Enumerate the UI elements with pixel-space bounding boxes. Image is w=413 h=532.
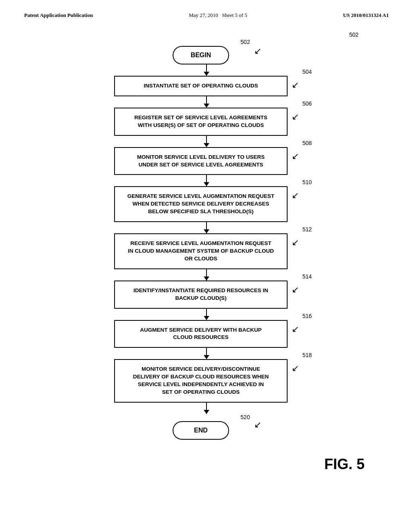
node-end-container: 520 END ↙ xyxy=(24,414,389,440)
node-508: MONITOR SERVICE LEVEL DELIVERY TO USERSU… xyxy=(114,147,288,175)
step-num-514: 514 xyxy=(302,273,312,280)
tick-518: ↙ xyxy=(292,363,299,374)
tick-516: ↙ xyxy=(292,324,299,335)
tick-506: ↙ xyxy=(292,112,299,122)
tick-510: ↙ xyxy=(292,190,299,201)
arrow-4 xyxy=(206,222,207,233)
figure-caption: FIG. 5 xyxy=(24,456,389,473)
label-502: 502 xyxy=(349,31,359,38)
node-508-container: 508 MONITOR SERVICE LEVEL DELIVERY TO US… xyxy=(24,147,389,175)
node-begin-container: 502 502 BEGIN ↙ xyxy=(24,39,389,64)
node-510: GENERATE SERVICE LEVEL AUGMENTATION REQU… xyxy=(114,186,288,222)
flowchart: 502 502 BEGIN ↙ 504 INSTANTIATE SET OF O… xyxy=(24,35,389,440)
node-514-container: 514 IDENTIFY/INSTANTIATE REQUIRED RESOUR… xyxy=(24,281,389,309)
node-506: REGISTER SET OF SERVICE LEVEL AGREEMENTS… xyxy=(114,108,288,136)
arrow-1 xyxy=(206,96,207,108)
node-516-container: 516 AUGMENT SERVICE DELIVERY WITH BACKUP… xyxy=(24,320,389,348)
arrow-2 xyxy=(206,136,207,147)
tick-520: ↙ xyxy=(254,420,261,430)
node-518: MONITOR SERVICE DELIVERY/DISCONTINUEDELI… xyxy=(114,359,288,403)
step-num-518: 518 xyxy=(302,352,312,358)
arrow-3 xyxy=(206,175,207,186)
tick-504: ↙ xyxy=(292,80,299,90)
header-sheet: Sheet 5 of 5 xyxy=(222,12,247,18)
step-num-516: 516 xyxy=(302,313,312,319)
node-504-container: 504 INSTANTIATE SET OF OPERATING CLOUDS … xyxy=(24,76,389,96)
arrow-0 xyxy=(206,64,207,76)
step-num-506: 506 xyxy=(302,100,312,107)
step-num-520: 520 xyxy=(240,414,250,420)
node-510-container: 510 GENERATE SERVICE LEVEL AUGMENTATION … xyxy=(24,186,389,222)
node-begin: BEGIN xyxy=(173,46,229,64)
header-left: Patent Application Publication xyxy=(24,12,93,19)
step-num-502: 502 xyxy=(240,39,250,45)
node-512-container: 512 RECEIVE SERVICE LEVEL AUGMENTATION R… xyxy=(24,233,389,269)
node-512: RECEIVE SERVICE LEVEL AUGMENTATION REQUE… xyxy=(114,233,288,269)
tick-502: ↙ xyxy=(254,46,261,56)
header-right: US 2010/0131324 A1 xyxy=(343,12,389,19)
arrow-6 xyxy=(206,309,207,320)
header-center: May 27, 2010 Sheet 5 of 5 xyxy=(189,12,247,19)
tick-514: ↙ xyxy=(292,285,299,295)
page: Patent Application Publication May 27, 2… xyxy=(0,0,413,532)
node-514: IDENTIFY/INSTANTIATE REQUIRED RESOURCES … xyxy=(114,281,288,309)
step-num-508: 508 xyxy=(302,140,312,146)
arrow-5 xyxy=(206,269,207,281)
header-date: May 27, 2010 xyxy=(189,12,218,18)
node-506-container: 506 REGISTER SET OF SERVICE LEVEL AGREEM… xyxy=(24,108,389,136)
page-header: Patent Application Publication May 27, 2… xyxy=(24,12,389,19)
step-num-510: 510 xyxy=(302,179,312,185)
arrow-7 xyxy=(206,348,207,359)
node-516: AUGMENT SERVICE DELIVERY WITH BACKUPCLOU… xyxy=(114,320,288,348)
node-504: INSTANTIATE SET OF OPERATING CLOUDS xyxy=(114,76,288,96)
tick-508: ↙ xyxy=(292,151,299,162)
arrow-8 xyxy=(206,403,207,414)
node-end: END xyxy=(173,421,229,440)
step-num-504: 504 xyxy=(302,69,312,75)
tick-512: ↙ xyxy=(292,237,299,248)
node-518-container: 518 MONITOR SERVICE DELIVERY/DISCONTINUE… xyxy=(24,359,389,403)
step-num-512: 512 xyxy=(302,226,312,233)
